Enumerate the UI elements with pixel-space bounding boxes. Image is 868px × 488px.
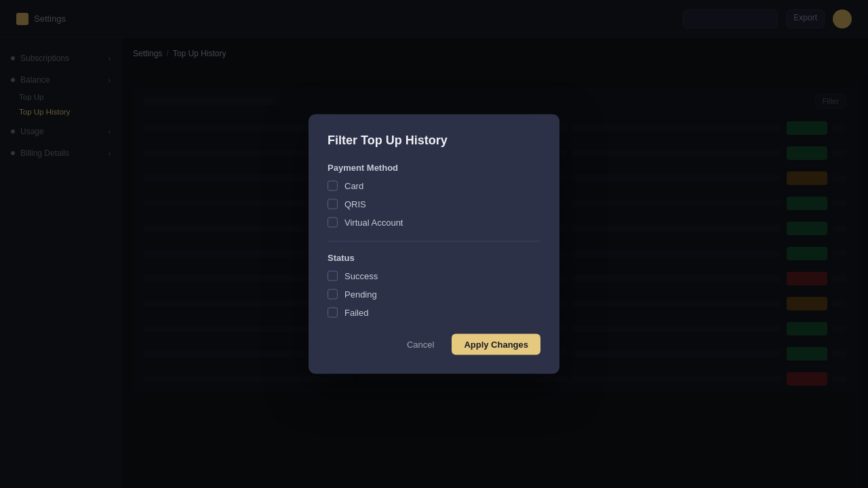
checkbox-success[interactable] (328, 271, 338, 281)
checkbox-label-virtual_account: Virtual Account (344, 218, 403, 228)
checkbox-item-pending[interactable]: Pending (328, 289, 540, 300)
checkbox-item-card[interactable]: Card (328, 181, 540, 191)
checkbox-card[interactable] (328, 181, 338, 191)
checkbox-pending[interactable] (328, 289, 338, 300)
checkbox-label-success: Success (344, 271, 378, 281)
checkbox-label-qris: QRIS (344, 199, 366, 209)
checkbox-failed[interactable] (328, 308, 338, 318)
payment-method-group: Card QRIS Virtual Account (328, 181, 540, 228)
modal-title: Filter Top Up History (328, 134, 540, 148)
checkbox-item-qris[interactable]: QRIS (328, 199, 540, 209)
checkbox-item-failed[interactable]: Failed (328, 308, 540, 318)
cancel-button[interactable]: Cancel (396, 334, 445, 355)
apply-button[interactable]: Apply Changes (452, 334, 540, 355)
status-group: Success Pending Failed (328, 271, 540, 318)
checkbox-virtual_account[interactable] (328, 218, 338, 228)
checkbox-label-card: Card (344, 181, 363, 191)
modal-footer: Cancel Apply Changes (328, 334, 540, 355)
checkbox-label-failed: Failed (344, 308, 368, 318)
checkbox-item-success[interactable]: Success (328, 271, 540, 281)
divider (328, 241, 540, 242)
status-label: Status (328, 253, 540, 263)
payment-method-label: Payment Method (328, 163, 540, 173)
filter-modal: Filter Top Up History Payment Method Car… (309, 115, 559, 374)
checkbox-qris[interactable] (328, 199, 338, 209)
checkbox-label-pending: Pending (344, 289, 377, 300)
checkbox-item-virtual_account[interactable]: Virtual Account (328, 218, 540, 228)
